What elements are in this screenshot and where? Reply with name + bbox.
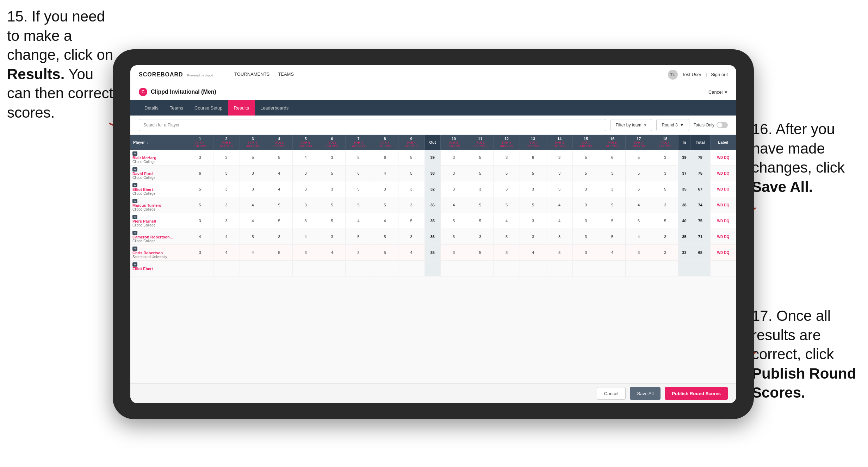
hole-6-score[interactable]: 5: [319, 213, 345, 229]
hole-10-score[interactable]: 3: [441, 181, 467, 197]
hole-11-score[interactable]: 3: [467, 181, 494, 197]
hole-18-score[interactable]: 3: [652, 245, 678, 261]
hole-4-score[interactable]: 4: [266, 166, 292, 181]
hole-1-score[interactable]: 6: [187, 166, 213, 181]
hole-18-score[interactable]: 3: [652, 229, 678, 245]
hole-13-score[interactable]: 6: [520, 150, 546, 166]
hole-14-score[interactable]: 4: [546, 213, 573, 229]
hole-17-score[interactable]: 6: [626, 181, 652, 197]
hole-8-score[interactable]: 5: [372, 229, 398, 245]
hole-5-score[interactable]: [292, 261, 319, 276]
hole-15-score[interactable]: 3: [573, 245, 599, 261]
hole-18-score[interactable]: 5: [652, 213, 678, 229]
hole-11-score[interactable]: 5: [467, 197, 494, 213]
hole-10-score[interactable]: 5: [441, 213, 467, 229]
hole-8-score[interactable]: [372, 261, 398, 276]
hole-14-score[interactable]: 3: [546, 229, 573, 245]
hole-9-score[interactable]: 3: [398, 181, 424, 197]
hole-4-score[interactable]: 5: [266, 245, 292, 261]
search-input[interactable]: [139, 119, 606, 131]
hole-2-score[interactable]: 4: [213, 245, 240, 261]
hole-14-score[interactable]: [546, 261, 573, 276]
round-selector-button[interactable]: Round 3 ▼: [656, 119, 689, 131]
totals-toggle-switch[interactable]: [717, 122, 728, 128]
hole-7-score[interactable]: [345, 261, 372, 276]
hole-14-score[interactable]: 3: [546, 150, 573, 166]
hole-12-score[interactable]: 3: [494, 181, 520, 197]
dq-button[interactable]: DQ: [724, 251, 729, 255]
hole-8-score[interactable]: 4: [372, 166, 398, 181]
hole-10-score[interactable]: 3: [441, 150, 467, 166]
hole-16-score[interactable]: 5: [599, 197, 626, 213]
hole-12-score[interactable]: 4: [494, 213, 520, 229]
dq-button[interactable]: DQ: [724, 187, 729, 191]
hole-7-score[interactable]: 5: [345, 181, 372, 197]
hole-18-score[interactable]: 3: [652, 150, 678, 166]
save-all-button[interactable]: Save All: [630, 387, 661, 400]
hole-15-score[interactable]: 3: [573, 181, 599, 197]
hole-9-score[interactable]: 5: [398, 150, 424, 166]
tab-course-setup[interactable]: Course Setup: [189, 100, 228, 116]
dq-button[interactable]: DQ: [724, 156, 729, 160]
hole-3-score[interactable]: 3: [240, 166, 266, 181]
hole-11-score[interactable]: 5: [467, 245, 494, 261]
hole-14-score[interactable]: 3: [546, 245, 573, 261]
hole-9-score[interactable]: 3: [398, 229, 424, 245]
hole-4-score[interactable]: 5: [266, 213, 292, 229]
hole-13-score[interactable]: 5: [520, 197, 546, 213]
hole-3-score[interactable]: [240, 261, 266, 276]
wd-button[interactable]: WD: [717, 172, 723, 175]
hole-12-score[interactable]: [494, 261, 520, 276]
hole-8-score[interactable]: 3: [372, 181, 398, 197]
hole-1-score[interactable]: 5: [187, 181, 213, 197]
hole-5-score[interactable]: 3: [292, 166, 319, 181]
publish-round-scores-button[interactable]: Publish Round Scores: [665, 387, 728, 400]
hole-7-score[interactable]: 6: [345, 166, 372, 181]
hole-1-score[interactable]: 5: [187, 197, 213, 213]
hole-5-score[interactable]: 3: [292, 181, 319, 197]
hole-9-score[interactable]: 4: [398, 245, 424, 261]
hole-2-score[interactable]: 3: [213, 166, 240, 181]
hole-9-score[interactable]: [398, 261, 424, 276]
hole-10-score[interactable]: [441, 261, 467, 276]
hole-16-score[interactable]: 6: [599, 150, 626, 166]
hole-13-score[interactable]: 4: [520, 245, 546, 261]
dq-button[interactable]: DQ: [724, 219, 729, 223]
hole-1-score[interactable]: 3: [187, 213, 213, 229]
hole-2-score[interactable]: 3: [213, 213, 240, 229]
hole-5-score[interactable]: 3: [292, 245, 319, 261]
hole-10-score[interactable]: 4: [441, 197, 467, 213]
wd-button[interactable]: WD: [717, 219, 723, 223]
footer-cancel-button[interactable]: Cancel: [597, 387, 626, 400]
hole-12-score[interactable]: 5: [494, 166, 520, 181]
hole-17-score[interactable]: 5: [626, 166, 652, 181]
hole-4-score[interactable]: 5: [266, 197, 292, 213]
hole-14-score[interactable]: 3: [546, 166, 573, 181]
hole-8-score[interactable]: 5: [372, 197, 398, 213]
hole-11-score[interactable]: 3: [467, 229, 494, 245]
hole-12-score[interactable]: 5: [494, 229, 520, 245]
hole-18-score[interactable]: 5: [652, 181, 678, 197]
hole-16-score[interactable]: [599, 261, 626, 276]
wd-button[interactable]: WD: [717, 235, 723, 239]
dq-button[interactable]: DQ: [724, 235, 729, 239]
hole-16-score[interactable]: 5: [599, 213, 626, 229]
hole-6-score[interactable]: 5: [319, 166, 345, 181]
hole-2-score[interactable]: 4: [213, 229, 240, 245]
hole-1-score[interactable]: 3: [187, 150, 213, 166]
hole-10-score[interactable]: 3: [441, 166, 467, 181]
hole-6-score[interactable]: [319, 261, 345, 276]
hole-15-score[interactable]: [573, 261, 599, 276]
hole-10-score[interactable]: 6: [441, 229, 467, 245]
hole-18-score[interactable]: 3: [652, 166, 678, 181]
hole-9-score[interactable]: 5: [398, 213, 424, 229]
hole-3-score[interactable]: 4: [240, 213, 266, 229]
hole-1-score[interactable]: [187, 261, 213, 276]
tab-results[interactable]: Results: [228, 100, 255, 116]
hole-13-score[interactable]: 3: [520, 229, 546, 245]
hole-17-score[interactable]: 3: [626, 245, 652, 261]
wd-button[interactable]: WD: [717, 251, 723, 255]
tab-leaderboards[interactable]: Leaderboards: [255, 100, 294, 116]
tab-details[interactable]: Details: [139, 100, 164, 116]
hole-3-score[interactable]: 4: [240, 197, 266, 213]
